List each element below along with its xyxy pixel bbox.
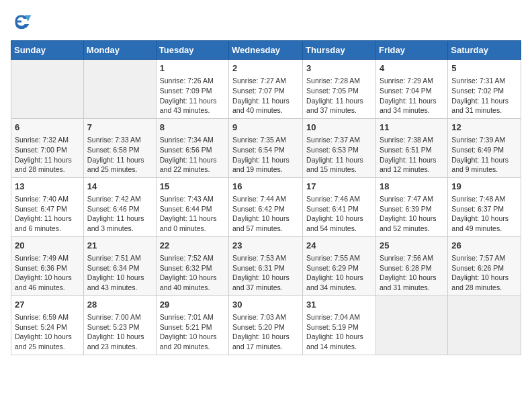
sunset-text: Sunset: 6:41 PM: [306, 205, 359, 213]
day-number: 3: [306, 62, 372, 75]
calendar-cell: 6Sunrise: 7:32 AMSunset: 7:00 PMDaylight…: [11, 118, 84, 177]
sunset-text: Sunset: 7:04 PM: [380, 87, 432, 95]
sunset-text: Sunset: 7:07 PM: [232, 87, 285, 95]
sunrise-text: Sunrise: 7:33 AM: [87, 136, 141, 144]
sunrise-text: Sunrise: 7:04 AM: [306, 313, 360, 321]
sunrise-text: Sunrise: 7:53 AM: [232, 254, 286, 262]
sunset-text: Sunset: 6:46 PM: [87, 205, 140, 213]
day-number: 14: [87, 181, 152, 193]
calendar-cell: 18Sunrise: 7:47 AMSunset: 6:39 PMDayligh…: [375, 177, 447, 236]
calendar-cell: 14Sunrise: 7:42 AMSunset: 6:46 PMDayligh…: [83, 177, 156, 236]
day-number: 1: [160, 62, 225, 75]
daylight-text: Daylight: 10 hours and 17 minutes.: [232, 332, 290, 351]
day-number: 26: [451, 240, 517, 252]
sunrise-text: Sunrise: 7:47 AM: [380, 195, 433, 203]
daylight-text: Daylight: 11 hours and 28 minutes.: [15, 156, 72, 174]
daylight-text: Daylight: 10 hours and 46 minutes.: [15, 273, 72, 291]
calendar-cell: 1Sunrise: 7:26 AMSunset: 7:09 PMDaylight…: [156, 60, 228, 119]
calendar-cell: 5Sunrise: 7:31 AMSunset: 7:02 PMDaylight…: [448, 60, 521, 119]
sunrise-text: Sunrise: 7:32 AM: [15, 136, 69, 144]
daylight-text: Daylight: 11 hours and 9 minutes.: [451, 156, 508, 174]
calendar-cell: 30Sunrise: 7:03 AMSunset: 5:20 PMDayligh…: [229, 295, 303, 355]
calendar-cell: 11Sunrise: 7:38 AMSunset: 6:51 PMDayligh…: [375, 118, 447, 177]
sunrise-text: Sunrise: 7:27 AM: [232, 77, 286, 85]
calendar-cell: [11, 60, 84, 119]
daylight-text: Daylight: 10 hours and 23 minutes.: [87, 332, 144, 351]
sunset-text: Sunset: 7:00 PM: [15, 146, 67, 154]
daylight-text: Daylight: 10 hours and 57 minutes.: [232, 214, 290, 232]
daylight-text: Daylight: 10 hours and 54 minutes.: [306, 214, 363, 232]
sunrise-text: Sunrise: 7:43 AM: [160, 195, 214, 203]
day-number: 9: [232, 122, 299, 134]
daylight-text: Daylight: 10 hours and 20 minutes.: [160, 332, 217, 351]
sunset-text: Sunset: 6:28 PM: [380, 264, 432, 272]
sunrise-text: Sunrise: 7:40 AM: [15, 195, 69, 203]
daylight-text: Daylight: 11 hours and 3 minutes.: [87, 214, 144, 232]
calendar-table: SundayMondayTuesdayWednesdayThursdayFrid…: [11, 40, 521, 355]
day-number: 20: [15, 240, 80, 252]
calendar-cell: 24Sunrise: 7:55 AMSunset: 6:29 PMDayligh…: [303, 236, 376, 295]
sunrise-text: Sunrise: 7:28 AM: [306, 77, 360, 85]
sunrise-text: Sunrise: 7:01 AM: [160, 313, 214, 321]
sunrise-text: Sunrise: 7:51 AM: [87, 254, 141, 262]
sunset-text: Sunset: 6:47 PM: [15, 205, 67, 213]
calendar-week-row: 27Sunrise: 6:59 AMSunset: 5:24 PMDayligh…: [11, 295, 521, 355]
sunrise-text: Sunrise: 7:38 AM: [380, 136, 433, 144]
column-header-saturday: Saturday: [448, 41, 521, 60]
calendar-week-row: 13Sunrise: 7:40 AMSunset: 6:47 PMDayligh…: [11, 177, 521, 236]
calendar-cell: [83, 60, 156, 119]
daylight-text: Daylight: 10 hours and 37 minutes.: [232, 273, 290, 291]
sunset-text: Sunset: 6:42 PM: [232, 205, 285, 213]
daylight-text: Daylight: 10 hours and 31 minutes.: [380, 273, 437, 291]
sunset-text: Sunset: 6:56 PM: [160, 146, 212, 154]
daylight-text: Daylight: 11 hours and 0 minutes.: [160, 214, 217, 232]
sunset-text: Sunset: 6:31 PM: [232, 264, 285, 272]
day-number: 7: [87, 122, 152, 134]
sunset-text: Sunset: 6:29 PM: [306, 264, 359, 272]
day-number: 8: [160, 122, 225, 134]
day-number: 27: [15, 299, 80, 311]
column-header-friday: Friday: [375, 41, 447, 60]
sunrise-text: Sunrise: 7:35 AM: [232, 136, 286, 144]
sunrise-text: Sunrise: 7:56 AM: [380, 254, 433, 262]
daylight-text: Daylight: 10 hours and 34 minutes.: [306, 273, 363, 291]
daylight-text: Daylight: 10 hours and 43 minutes.: [87, 273, 144, 291]
calendar-cell: 3Sunrise: 7:28 AMSunset: 7:05 PMDaylight…: [303, 60, 376, 119]
day-number: 22: [160, 240, 225, 252]
calendar-cell: 26Sunrise: 7:57 AMSunset: 6:26 PMDayligh…: [448, 236, 521, 295]
sunrise-text: Sunrise: 7:49 AM: [15, 254, 69, 262]
sunset-text: Sunset: 7:02 PM: [451, 87, 504, 95]
sunset-text: Sunset: 6:54 PM: [232, 146, 285, 154]
sunrise-text: Sunrise: 7:52 AM: [160, 254, 214, 262]
calendar-cell: 15Sunrise: 7:43 AMSunset: 6:44 PMDayligh…: [156, 177, 228, 236]
calendar-cell: 2Sunrise: 7:27 AMSunset: 7:07 PMDaylight…: [229, 60, 303, 119]
sunset-text: Sunset: 6:49 PM: [451, 146, 504, 154]
sunset-text: Sunset: 6:44 PM: [160, 205, 212, 213]
daylight-text: Daylight: 10 hours and 40 minutes.: [160, 273, 217, 291]
daylight-text: Daylight: 11 hours and 25 minutes.: [87, 156, 144, 174]
day-number: 25: [380, 240, 444, 252]
calendar-cell: [375, 295, 447, 355]
sunset-text: Sunset: 5:21 PM: [160, 323, 212, 331]
sunset-text: Sunset: 6:37 PM: [451, 205, 504, 213]
column-header-thursday: Thursday: [303, 41, 376, 60]
calendar-cell: 17Sunrise: 7:46 AMSunset: 6:41 PMDayligh…: [303, 177, 376, 236]
daylight-text: Daylight: 11 hours and 34 minutes.: [380, 97, 437, 115]
day-number: 11: [380, 122, 444, 134]
sunset-text: Sunset: 5:23 PM: [87, 323, 140, 331]
page-header: [11, 11, 521, 32]
calendar-cell: 10Sunrise: 7:37 AMSunset: 6:53 PMDayligh…: [303, 118, 376, 177]
daylight-text: Daylight: 11 hours and 37 minutes.: [306, 97, 363, 115]
day-number: 2: [232, 62, 299, 75]
day-number: 28: [87, 299, 152, 311]
sunset-text: Sunset: 6:34 PM: [87, 264, 140, 272]
sunset-text: Sunset: 6:51 PM: [380, 146, 432, 154]
calendar-week-row: 20Sunrise: 7:49 AMSunset: 6:36 PMDayligh…: [11, 236, 521, 295]
sunrise-text: Sunrise: 7:03 AM: [232, 313, 286, 321]
sunrise-text: Sunrise: 7:31 AM: [451, 77, 505, 85]
daylight-text: Daylight: 11 hours and 12 minutes.: [380, 156, 437, 174]
calendar-cell: 19Sunrise: 7:48 AMSunset: 6:37 PMDayligh…: [448, 177, 521, 236]
day-number: 21: [87, 240, 152, 252]
calendar-cell: 28Sunrise: 7:00 AMSunset: 5:23 PMDayligh…: [83, 295, 156, 355]
calendar-cell: 7Sunrise: 7:33 AMSunset: 6:58 PMDaylight…: [83, 118, 156, 177]
